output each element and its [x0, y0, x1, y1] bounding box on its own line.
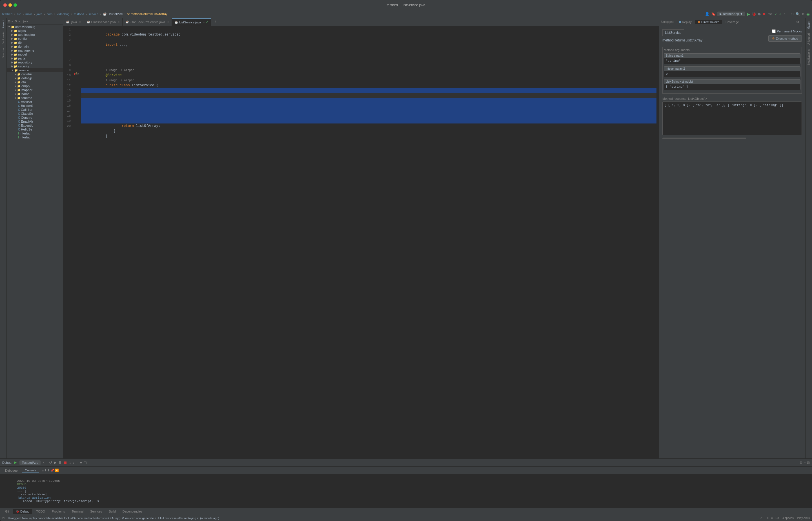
breadcrumb-testbed2[interactable]: testbed — [74, 13, 84, 16]
notifications-tab[interactable]: Notifications — [807, 48, 811, 66]
breadcrumb-method[interactable]: ⚙ methodReturnsListOfArray — [127, 12, 167, 16]
arg-input-param2[interactable] — [664, 71, 800, 77]
tool-tab-services[interactable]: Services — [87, 509, 105, 514]
tool-tab-dependencies[interactable]: Dependencies — [120, 509, 145, 514]
stop-button[interactable]: ⏹ — [762, 12, 766, 16]
tree-item-security[interactable]: ▶📁 security — [7, 64, 63, 68]
structure-panel-tab[interactable]: Structure — [1, 47, 5, 59]
debug-minimize-icon[interactable]: − — [804, 461, 806, 465]
tree-item-config[interactable]: ▶📁 config — [7, 37, 63, 41]
tab-close-jsonback[interactable]: × — [167, 21, 169, 23]
debug-step-over-icon[interactable]: ⤵ — [69, 460, 71, 465]
git-check2-icon[interactable]: ✓ — [779, 12, 782, 16]
tab-classservice[interactable]: ☕ ClassService.java × — [84, 18, 123, 26]
tool-tab-build[interactable]: Build — [106, 509, 118, 514]
tree-item-tobemo[interactable]: ▶📁 tobemo — [7, 96, 63, 100]
line-ending[interactable]: LF UTF-8 — [767, 517, 779, 520]
tab-close-listservice[interactable]: × — [203, 21, 205, 24]
tree-settings-icon[interactable]: ⚙ — [15, 20, 17, 23]
tree-item-hellose[interactable]: C HelloSe — [7, 128, 63, 131]
bookmarks-panel-tab[interactable]: Bookmarks — [1, 30, 5, 45]
tab-coverage[interactable]: Coverage — [723, 20, 742, 24]
tree-item-parta[interactable]: ▶📁 parta — [7, 56, 63, 60]
tree-item-name[interactable]: ▶📁 name — [7, 92, 63, 96]
debug-step-in-icon[interactable]: ↓ — [73, 460, 75, 465]
unlogged-tab[interactable]: Unlogged — [807, 31, 811, 47]
tool-tab-debug[interactable]: 🐞 Debug — [13, 509, 32, 514]
tree-item-interfac1[interactable]: I Interfac — [7, 131, 63, 135]
tree-minus-icon[interactable]: − — [18, 20, 20, 23]
panel-minimize-icon[interactable]: − — [801, 20, 803, 24]
breadcrumb-main[interactable]: main — [25, 13, 32, 16]
tree-item-repository[interactable]: ▶📁 repository — [7, 60, 63, 64]
profile-icon[interactable]: 👤 — [705, 12, 710, 16]
breadcrumb-service[interactable]: service — [89, 13, 98, 16]
tab-debugger[interactable]: Debugger — [2, 468, 21, 473]
close-button[interactable] — [3, 3, 7, 7]
panel-settings-icon[interactable]: ⚙ — [796, 20, 799, 24]
debug-watch-icon[interactable]: ◻ — [84, 460, 87, 465]
tab-listservice[interactable]: ☕ ListService.java × ✓ — [172, 18, 211, 26]
tool-tab-todo[interactable]: TODO — [33, 509, 48, 514]
debug-close-icon[interactable]: × — [43, 461, 45, 464]
tree-icon2[interactable]: ≡ — [11, 20, 13, 23]
tool-tab-terminal[interactable]: Terminal — [69, 509, 87, 514]
tab-more[interactable]: ⋮ — [211, 18, 220, 26]
tree-item-interfac2[interactable]: I Interfac — [7, 135, 63, 139]
run-button[interactable]: ▶ — [747, 12, 750, 16]
tree-item-constru2[interactable]: C Constru — [7, 116, 63, 119]
minimize-button[interactable] — [8, 3, 12, 7]
arg-input-param1[interactable] — [664, 58, 800, 64]
console-filter-icon[interactable]: 🔽 — [55, 469, 59, 472]
tree-item-service[interactable]: ▼📁 service — [7, 68, 63, 72]
debug-settings-icon[interactable]: ⚙ — [799, 461, 803, 465]
tab-close-classservice[interactable]: × — [118, 21, 119, 23]
debug-step-out-icon[interactable]: ↑ — [76, 460, 78, 465]
tree-collapse-icon[interactable]: ⊞ — [8, 20, 10, 23]
debug-expand-icon[interactable]: ⊡ — [807, 461, 810, 465]
arg-input-stringlist[interactable] — [664, 84, 800, 90]
unlogged-icon[interactable]: ◉ — [806, 12, 810, 16]
tree-item-classse[interactable]: C ClassSe — [7, 112, 63, 116]
debug-resume-icon[interactable]: ▶ — [54, 460, 57, 465]
breadcrumb-com[interactable]: com — [47, 13, 52, 16]
indent-setting[interactable]: 4 spaces — [782, 517, 794, 520]
project-panel-tab[interactable]: Project — [1, 19, 5, 29]
breadcrumb-src[interactable]: src — [17, 13, 21, 16]
breadcrumb-java[interactable]: java — [37, 13, 42, 16]
breadcrumb-videobug[interactable]: videobug — [57, 13, 70, 16]
debug-run-button[interactable]: 🐞 — [752, 12, 756, 16]
tab-direct-invoke[interactable]: Direct Invoke — [695, 20, 722, 24]
tool-tab-problems[interactable]: Problems — [49, 509, 68, 514]
debug-pause-icon[interactable]: ⏸ — [58, 460, 62, 465]
tree-item-model[interactable]: ▶📁 model — [7, 52, 63, 56]
debug-stop-icon[interactable]: ⏹ — [64, 460, 67, 465]
tree-item-asciiart[interactable]: C AsciiArt — [7, 100, 63, 104]
search-icon[interactable]: 🔍 — [796, 12, 800, 16]
tool-tab-git[interactable]: Git — [2, 509, 12, 514]
tree-item-algos[interactable]: ▶📁 algos — [7, 29, 63, 33]
code-content[interactable]: package com.videobug.testbed.service; im… — [79, 26, 659, 458]
watch-icon[interactable]: ◻ — [77, 72, 79, 76]
git-push-icon[interactable]: ↑ — [784, 12, 786, 16]
tree-item-dto[interactable]: ▶📁 dto — [7, 80, 63, 84]
tree-item-exceptic[interactable]: C Exceptic — [7, 123, 63, 128]
bookmark-icon[interactable]: 🔖 — [711, 12, 716, 16]
tab-jsonback[interactable]: ☕ JsonBackRefService.java × — [123, 18, 172, 26]
debug-app-tab[interactable]: TestbedApp — [20, 460, 40, 465]
code-editor[interactable]: 1 2 3 7 8 9 10 11 12 13 14 15 16 17 — [63, 26, 659, 458]
tree-item-empty[interactable]: ▶📁 empty — [7, 84, 63, 88]
console-pin-icon[interactable]: 📌 — [50, 469, 54, 472]
debug-restart-icon[interactable]: ↺ — [49, 460, 52, 465]
cursor-position[interactable]: 12:1 — [758, 517, 764, 520]
console-down-icon[interactable]: ⬇ — [47, 469, 50, 472]
coverage-button[interactable]: ⊕ — [758, 12, 761, 16]
tree-item-manageme[interactable]: ▶📁 manageme — [7, 48, 63, 52]
tree-item-aop[interactable]: ▶📁 aop.logging — [7, 33, 63, 37]
execute-method-button[interactable]: ⚙ Execute method — [768, 35, 802, 42]
git-history-icon[interactable]: ⏱ — [791, 12, 794, 16]
debug-frames-icon[interactable]: ≡ — [80, 460, 82, 465]
maven-tab[interactable]: Maven — [807, 19, 811, 31]
breadcrumb-listservice[interactable]: ☕ ListService — [103, 12, 123, 16]
permanent-mocks-checkbox[interactable] — [772, 29, 775, 33]
